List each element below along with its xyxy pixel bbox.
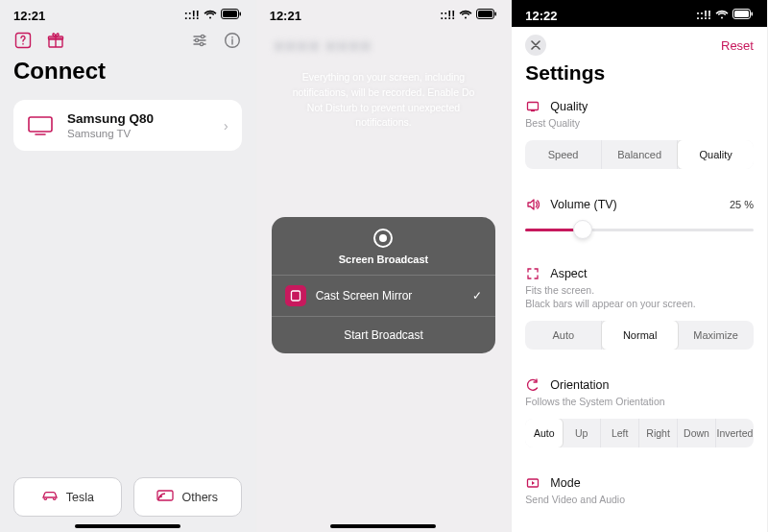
volume-icon — [525, 198, 540, 211]
slider-thumb[interactable] — [573, 220, 592, 239]
topbar — [0, 27, 255, 56]
status-bar: 12:21 ::!! — [256, 0, 512, 27]
home-indicator[interactable] — [75, 524, 180, 528]
status-bar: 12:21 ::!! — [0, 0, 255, 27]
svg-rect-2 — [239, 12, 241, 16]
segment-option[interactable]: Inverted — [716, 419, 754, 447]
gift-icon[interactable] — [46, 31, 65, 50]
battery-icon — [476, 9, 497, 22]
clock: 12:21 — [270, 9, 301, 23]
start-label: Start Broadcast — [344, 328, 423, 342]
device-card[interactable]: Samsung Q80 Samsung TV › — [13, 100, 242, 151]
car-icon — [41, 490, 59, 504]
volume-section: Volume (TV) 25 % — [512, 192, 767, 248]
cast-icon — [156, 490, 174, 504]
aspect-sub: Fits the screen. Black bars will appear … — [525, 283, 754, 311]
svg-rect-14 — [495, 12, 497, 16]
quality-section: Quality Best Quality SpeedBalancedQualit… — [512, 94, 767, 179]
status-bar: 12:22 ::!! — [512, 0, 767, 27]
svg-rect-1 — [223, 11, 237, 17]
broadcast-screen: 12:21 ::!! ■■■■ ■■■■ Everything on your … — [256, 0, 513, 532]
volume-value: 25 % — [730, 199, 754, 210]
segment-option[interactable]: Up — [563, 419, 601, 447]
aspect-section: Aspect Fits the screen. Black bars will … — [512, 261, 767, 359]
status-icons: ::!! — [696, 9, 754, 22]
aspect-segment: AutoNormalMaximize — [525, 321, 754, 350]
wifi-icon — [204, 9, 217, 22]
orientation-section: Orientation Follows the System Orientati… — [512, 373, 767, 457]
app-icon — [285, 285, 306, 306]
clock: 12:21 — [13, 9, 45, 23]
svg-rect-15 — [291, 291, 300, 301]
svg-rect-19 — [528, 103, 539, 110]
volume-label: Volume (TV) — [550, 198, 616, 211]
app-name: Cast Screen Mirror — [316, 289, 413, 302]
broadcast-modal: Screen Broadcast Cast Screen Mirror ✓ St… — [272, 217, 496, 353]
blurred-background: ■■■■ ■■■■ — [256, 27, 512, 64]
svg-rect-17 — [734, 11, 749, 17]
settings-header: Reset — [512, 27, 767, 60]
mode-section: Mode Send Video and Audio — [512, 471, 767, 517]
mode-sub: Send Video and Audio — [525, 493, 754, 507]
battery-icon — [221, 9, 242, 22]
tesla-button[interactable]: Tesla — [13, 477, 122, 517]
info-icon[interactable] — [223, 31, 242, 50]
quality-segment: SpeedBalancedQuality — [525, 140, 754, 169]
segment-option[interactable]: Quality — [677, 140, 754, 169]
help-icon[interactable] — [13, 31, 33, 50]
svg-rect-10 — [29, 117, 52, 132]
connect-screen: 12:21 ::!! Connect Samsung Q80 Samsung T… — [0, 0, 256, 532]
record-icon — [373, 229, 393, 248]
segment-option[interactable]: Auto — [525, 419, 564, 447]
home-indicator[interactable] — [330, 524, 436, 528]
signal-icon: ::!! — [696, 9, 711, 22]
svg-point-6 — [201, 35, 204, 37]
orientation-label: Orientation — [550, 378, 609, 392]
volume-slider[interactable] — [525, 221, 754, 238]
app-option[interactable]: Cast Screen Mirror ✓ — [272, 275, 496, 316]
status-icons: ::!! — [440, 9, 497, 22]
segment-option[interactable]: Auto — [525, 321, 602, 350]
segment-option[interactable]: Normal — [601, 321, 679, 350]
page-title: Connect — [0, 56, 255, 94]
signal-icon: ::!! — [440, 9, 455, 22]
signal-icon: ::!! — [184, 9, 200, 22]
mode-label: Mode — [550, 476, 580, 490]
svg-rect-18 — [751, 12, 753, 16]
mode-icon — [525, 476, 540, 490]
svg-rect-13 — [478, 11, 492, 17]
settings-screen: 12:22 ::!! Reset Settings Quality Best Q… — [512, 0, 768, 532]
clock: 12:22 — [525, 9, 557, 23]
device-name: Samsung Q80 — [67, 111, 210, 126]
sliders-icon[interactable] — [190, 31, 209, 50]
modal-header: Screen Broadcast — [272, 217, 496, 275]
reset-button[interactable]: Reset — [721, 38, 754, 53]
svg-point-8 — [200, 42, 203, 45]
bottom-buttons: Tesla Others — [0, 477, 255, 517]
segment-option[interactable]: Speed — [525, 140, 602, 169]
others-button[interactable]: Others — [133, 477, 242, 517]
quality-icon — [525, 100, 540, 113]
segment-option[interactable]: Down — [678, 419, 716, 447]
aspect-label: Aspect — [550, 267, 587, 280]
aspect-icon — [525, 267, 540, 280]
modal-title: Screen Broadcast — [339, 254, 429, 265]
segment-option[interactable]: Right — [639, 419, 678, 447]
checkmark-icon: ✓ — [472, 289, 482, 302]
tesla-label: Tesla — [66, 491, 94, 504]
orientation-sub: Follows the System Orientation — [525, 395, 754, 409]
page-title: Settings — [512, 60, 767, 94]
quality-sub: Best Quality — [525, 116, 754, 131]
orientation-icon — [525, 378, 540, 392]
status-icons: ::!! — [184, 9, 242, 22]
tv-icon — [27, 114, 54, 137]
close-button[interactable] — [525, 35, 546, 56]
segment-option[interactable]: Left — [601, 419, 639, 447]
segment-option[interactable]: Balanced — [602, 140, 679, 169]
start-broadcast-button[interactable]: Start Broadcast — [272, 316, 496, 353]
chevron-right-icon: › — [224, 118, 228, 133]
segment-option[interactable]: Maximize — [678, 321, 754, 350]
device-subtitle: Samsung TV — [67, 128, 210, 139]
quality-label: Quality — [550, 100, 588, 113]
wifi-icon — [459, 9, 472, 22]
